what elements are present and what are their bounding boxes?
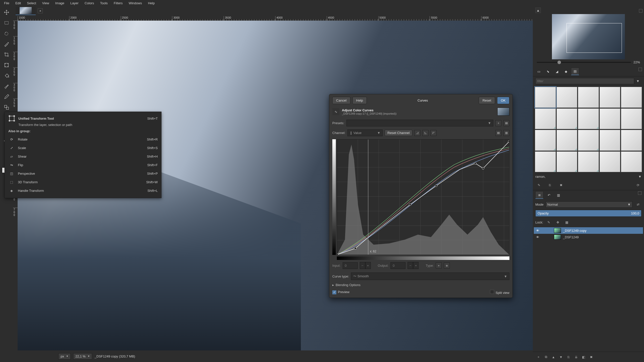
duplicate-layer-icon[interactable]: ⎘	[565, 353, 572, 360]
brush-item[interactable]	[578, 87, 599, 108]
menu-tools[interactable]: Tools	[97, 0, 111, 6]
new-group-icon[interactable]: ⧉	[542, 353, 549, 360]
lower-layer-icon[interactable]: ▼	[557, 353, 565, 360]
delete-layer-icon[interactable]: ✖	[588, 353, 595, 360]
channels-tab-icon[interactable]: ▥	[554, 191, 562, 199]
brush-tool-icon[interactable]	[2, 81, 11, 91]
delete-brush-icon[interactable]: ✖	[557, 182, 565, 189]
blend-mode-select[interactable]: Normal▼	[546, 201, 632, 208]
opacity-slider[interactable]: Opacity100,0	[535, 210, 641, 217]
menu-edit[interactable]: Edit	[12, 0, 24, 6]
layer-item[interactable]: 👁 _DSF1249 copy	[534, 227, 643, 234]
close-tab-icon[interactable]: ✕	[38, 8, 43, 13]
duplicate-brush-icon[interactable]: ⎘	[546, 182, 553, 189]
menu-help[interactable]: Help	[145, 0, 158, 6]
menu-filters[interactable]: Filters	[111, 0, 126, 6]
brush-item[interactable]	[578, 151, 599, 172]
reset-channel-button[interactable]: Reset Channel	[385, 130, 412, 136]
lock-pixels-icon[interactable]: ✎	[545, 219, 552, 226]
input-value-field[interactable]: 0	[343, 262, 358, 269]
brush-item[interactable]	[556, 87, 578, 108]
raise-layer-icon[interactable]: ▲	[550, 353, 557, 360]
detach-panel-icon[interactable]	[638, 68, 642, 71]
menu-file[interactable]: File	[1, 0, 12, 6]
nav-zoom-slider[interactable]: 22%	[534, 59, 642, 65]
visibility-icon[interactable]: 👁	[535, 228, 540, 233]
color-picker-tool-icon[interactable]	[2, 39, 11, 49]
zoom-select[interactable]: 22,1 %▼	[73, 353, 92, 359]
ok-button[interactable]: OK	[497, 97, 509, 104]
decrement-icon[interactable]: −	[408, 262, 413, 269]
tool-options-tab-icon[interactable]: ▭	[535, 68, 543, 75]
brush-item[interactable]	[599, 130, 621, 151]
brush-item[interactable]	[621, 130, 642, 151]
free-select-tool-icon[interactable]	[2, 29, 11, 38]
blending-options-expander[interactable]: ▸ Blending Options	[329, 282, 512, 288]
brush-filter-input[interactable]	[535, 78, 634, 84]
layers-tab-icon[interactable]: ≣	[535, 191, 543, 199]
menu-colors[interactable]: Colors	[82, 0, 97, 6]
histogram-log-icon[interactable]: ▥	[503, 130, 509, 136]
increment-icon[interactable]: +	[413, 262, 419, 269]
output-value-field[interactable]: 0	[390, 262, 406, 269]
cancel-button[interactable]: Cancel	[332, 97, 350, 104]
splitview-checkbox[interactable]: Split view	[490, 290, 509, 295]
layer-item[interactable]: 👁 _DSF1249	[534, 234, 643, 240]
chevron-down-icon[interactable]: ▼	[638, 175, 641, 178]
decrement-icon[interactable]: −	[360, 262, 365, 269]
brush-item[interactable]	[535, 108, 556, 129]
detach-panel-icon[interactable]	[638, 191, 641, 195]
detach-panel-icon[interactable]	[639, 9, 642, 13]
brush-item[interactable]	[556, 130, 578, 151]
point-type-corner-icon[interactable]: ◆	[444, 262, 450, 268]
help-button[interactable]: Help	[352, 97, 367, 104]
refresh-brushes-icon[interactable]: ⟳	[634, 182, 641, 189]
new-layer-icon[interactable]: ＋	[535, 353, 542, 360]
device-status-tab-icon[interactable]: ⬊	[544, 68, 552, 75]
brush-item[interactable]	[621, 151, 642, 172]
navigation-preview[interactable]	[552, 14, 625, 59]
reset-button[interactable]: Reset	[479, 97, 495, 104]
menu-image[interactable]: Image	[52, 0, 67, 6]
histogram-linear-icon[interactable]: ▤	[495, 130, 501, 136]
undo-history-tab-icon[interactable]: ↶	[545, 191, 553, 199]
increment-icon[interactable]: +	[365, 262, 371, 269]
curve-log-icon[interactable]: ◺	[422, 130, 428, 136]
rect-select-tool-icon[interactable]	[2, 18, 11, 28]
brush-item[interactable]	[599, 108, 621, 129]
point-type-smooth-icon[interactable]: ●	[436, 262, 442, 268]
presets-select[interactable]: ▼	[346, 120, 493, 126]
mode-switch-icon[interactable]: ⇄	[634, 201, 641, 208]
add-preset-icon[interactable]: ＋	[495, 120, 501, 126]
curve-gamma-icon[interactable]: ◸	[430, 130, 436, 136]
brush-item[interactable]	[556, 151, 578, 172]
chevron-down-icon[interactable]: ▼	[634, 79, 641, 83]
clone-tool-icon[interactable]	[2, 103, 11, 112]
brush-item[interactable]	[578, 108, 599, 129]
brush-item[interactable]	[599, 151, 621, 172]
manage-presets-icon[interactable]: ▤	[503, 120, 509, 126]
menu-windows[interactable]: Windows	[126, 0, 145, 6]
brush-item[interactable]	[599, 87, 621, 108]
brushes-tab-icon[interactable]: ▤	[571, 68, 579, 75]
curves-graph[interactable]: x: 62	[337, 139, 509, 255]
crop-tool-icon[interactable]	[2, 50, 11, 59]
menu-layer[interactable]: Layer	[67, 0, 82, 6]
navigation-tab-icon[interactable]: ▲	[535, 8, 541, 13]
channel-select[interactable]: ❙ Value▼	[347, 129, 383, 136]
curvetype-select[interactable]: 〜 Smooth▼	[351, 273, 509, 280]
menu-select[interactable]: Select	[24, 0, 39, 6]
visibility-icon[interactable]: 👁	[535, 235, 540, 239]
pencil-tool-icon[interactable]	[2, 92, 11, 102]
preview-checkbox[interactable]: ✓Preview	[332, 290, 349, 294]
transform-tool-icon[interactable]	[2, 60, 11, 70]
edit-brush-icon[interactable]: ✎	[535, 182, 542, 189]
lock-alpha-icon[interactable]: ▦	[563, 219, 570, 226]
curve-linear-icon[interactable]: ◿	[414, 130, 420, 136]
unit-select[interactable]: px▼	[58, 353, 71, 359]
mask-icon[interactable]: ◧	[580, 353, 587, 360]
histogram-tab-icon[interactable]: ◢	[553, 68, 561, 75]
brush-item[interactable]	[535, 151, 556, 172]
bucket-tool-icon[interactable]	[2, 71, 11, 80]
brush-item[interactable]	[621, 87, 642, 108]
